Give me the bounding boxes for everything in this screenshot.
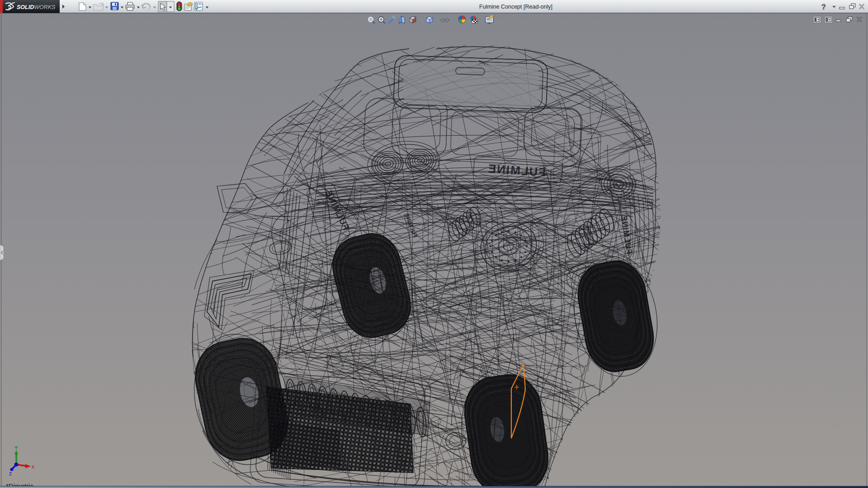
svg-text:x: x [32, 464, 34, 470]
svg-text:Fulmine Concept [Read-only]: Fulmine Concept [Read-only] [479, 4, 552, 10]
svg-text:?: ? [821, 3, 826, 11]
svg-text:SOLIDWORKS: SOLIDWORKS [17, 4, 56, 10]
svg-text:z: z [9, 470, 12, 477]
